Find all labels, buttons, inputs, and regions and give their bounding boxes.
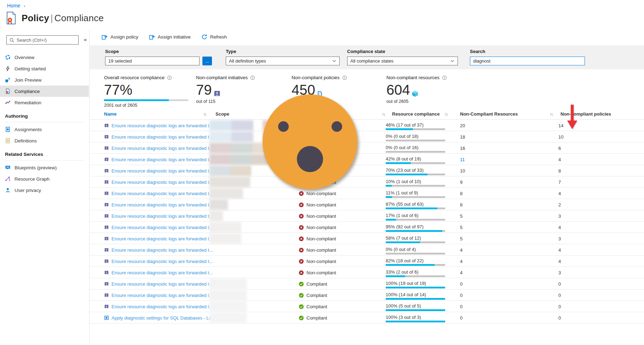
column-header-scope[interactable]: Scope (215, 111, 229, 117)
noncompliant-resources-value: 5 (460, 225, 462, 230)
noncompliant-policies-value: 2 (558, 202, 561, 207)
scope-cell-redacted (209, 233, 294, 244)
remediation-icon (5, 100, 11, 105)
sidebar-item-blueprints-preview[interactable]: Blueprints (preview) (0, 162, 89, 173)
assign-initiative-button[interactable]: Assign initiative (149, 34, 191, 40)
policy-name-link[interactable]: Ensure resource diagnostic logs are forw… (111, 304, 213, 309)
noncompliant-policies-value: 3 (558, 270, 561, 275)
compliance-state-dropdown[interactable]: All compliance states (347, 57, 458, 65)
name-cell: Ensure resource diagnostic logs are forw… (104, 154, 213, 165)
sidebar-item-resource-graph[interactable]: Resource Graph (0, 173, 89, 185)
sidebar-item-overview[interactable]: Overview (0, 52, 89, 63)
sidebar-item-user-privacy[interactable]: User privacy (0, 185, 89, 196)
sidebar-item-join-preview[interactable]: Join Preview (0, 74, 89, 86)
compliance-state-cell: Non-compliant (299, 256, 336, 267)
table-row[interactable]: Ensure resource diagnostic logs are forw… (90, 210, 644, 222)
table-row[interactable]: Ensure resource diagnostic logs are forw… (90, 222, 644, 233)
resource-compliance-bar (386, 151, 445, 153)
table-row[interactable]: Ensure resource diagnostic logs are forw… (90, 154, 644, 165)
name-cell: Ensure resource diagnostic logs are forw… (104, 256, 213, 267)
resource-compliance-cell: 42% (8 out of 19) (386, 154, 445, 165)
noncompliant-policies-value: 0 (558, 304, 561, 309)
policy-name-link[interactable]: Ensure resource diagnostic logs are forw… (111, 259, 213, 264)
policy-name-link[interactable]: Ensure resource diagnostic logs are forw… (111, 270, 213, 275)
noncompliant-resources-cell: 0 (460, 278, 462, 290)
table-row[interactable]: Ensure resource diagnostic logs are forw… (90, 120, 644, 131)
user-privacy-icon (5, 187, 11, 193)
sidebar-search-input[interactable] (17, 37, 76, 43)
assign-policy-button[interactable]: Assign policy (102, 34, 138, 40)
sidebar-item-label: Join Preview (15, 77, 42, 83)
table-row[interactable]: Ensure resource diagnostic logs are forw… (90, 199, 644, 210)
noncompliant-policies-cell: 10 (558, 131, 563, 142)
policy-name-link[interactable]: Ensure resource diagnostic logs are forw… (111, 236, 213, 241)
scope-picker-field[interactable]: 19 selected (105, 57, 200, 65)
sidebar-item-assignments[interactable]: Assignments (0, 124, 89, 135)
resource-compliance-fill (386, 287, 445, 288)
policy-name-link[interactable]: Ensure resource diagnostic logs are forw… (111, 191, 213, 196)
resource-compliance-value: 11% (1 out of 9) (386, 191, 445, 195)
resource-compliance-fill (386, 196, 392, 198)
refresh-button[interactable]: Refresh (201, 34, 227, 40)
noncompliant-resources-value[interactable]: 11 (460, 157, 465, 162)
breadcrumb-home-link[interactable]: Home (7, 3, 20, 8)
cube-icon (412, 90, 419, 97)
sort-icon[interactable]: ↑↓ (382, 112, 385, 117)
resource-compliance-cell: 0% (0 out of 16) (386, 142, 445, 154)
name-cell: Ensure resource diagnostic logs are forw… (104, 233, 213, 244)
column-header-name[interactable]: Name (104, 111, 116, 117)
policy-name-link[interactable]: Ensure resource diagnostic logs are forw… (111, 180, 213, 185)
sidebar-item-label: Overview (15, 55, 34, 60)
policy-name-link[interactable]: Ensure resource diagnostic logs are forw… (111, 134, 213, 140)
table-row[interactable]: Ensure resource diagnostic logs are forw… (90, 131, 644, 142)
table-row[interactable]: Ensure resource diagnostic logs are forw… (90, 165, 644, 176)
policy-name-link[interactable]: Ensure resource diagnostic logs are forw… (111, 157, 213, 162)
assignments-icon (5, 127, 11, 132)
table-row[interactable]: Ensure resource diagnostic logs are forw… (90, 244, 644, 256)
resource-compliance-bar (386, 174, 445, 175)
policy-name-link[interactable]: Ensure resource diagnostic logs are forw… (111, 247, 213, 253)
search-filter-input[interactable] (473, 58, 582, 64)
table-row[interactable]: Ensure resource diagnostic logs are forw… (90, 142, 644, 154)
sidebar-item-label: Definitions (15, 138, 37, 144)
policy-name-link[interactable]: Ensure resource diagnostic logs are forw… (111, 168, 213, 174)
table-row[interactable]: Apply diagnostic settings for SQL Databa… (90, 312, 644, 323)
redacted-block (209, 312, 247, 323)
policy-name-link[interactable]: Ensure resource diagnostic logs are forw… (111, 225, 213, 230)
search-input-field[interactable] (470, 57, 585, 65)
policy-name-link[interactable]: Apply diagnostic settings for SQL Databa… (111, 315, 215, 321)
sidebar-collapse-button[interactable]: « (84, 36, 87, 42)
sidebar-item-getting-started[interactable]: Getting started (0, 63, 89, 74)
sort-icon[interactable]: ↑↓ (444, 112, 447, 117)
table-row[interactable]: Ensure resource diagnostic logs are forw… (90, 267, 644, 278)
type-dropdown[interactable]: All definition types (226, 57, 340, 65)
sidebar-item-remediation[interactable]: Remediation (0, 97, 89, 108)
column-header-non-compliant-resources[interactable]: Non-Compliant Resources (460, 111, 518, 117)
scope-picker-button[interactable]: ... (202, 57, 212, 65)
table-row[interactable]: Ensure resource diagnostic logs are forw… (90, 188, 644, 199)
table-row[interactable]: Ensure resource diagnostic logs are forw… (90, 256, 644, 267)
policy-name-link[interactable]: Ensure resource diagnostic logs are forw… (111, 123, 213, 128)
policy-name-link[interactable]: Ensure resource diagnostic logs are forw… (111, 214, 213, 219)
policy-name-link[interactable]: Ensure resource diagnostic logs are forw… (111, 146, 213, 151)
sidebar-item-definitions[interactable]: Definitions (0, 135, 89, 146)
table-row[interactable]: Ensure resource diagnostic logs are forw… (90, 301, 644, 312)
sidebar-search[interactable] (6, 35, 79, 45)
compliant-icon (299, 281, 304, 287)
sort-icon[interactable]: ↑↓ (203, 112, 206, 117)
table-row[interactable]: Ensure resource diagnostic logs are forw… (90, 290, 644, 301)
policy-name-link[interactable]: Ensure resource diagnostic logs are forw… (111, 202, 213, 207)
table-row[interactable]: Ensure resource diagnostic logs are forw… (90, 278, 644, 290)
noncompliant-resources-cell: 0 (460, 290, 462, 301)
policy-name-link[interactable]: Ensure resource diagnostic logs are forw… (111, 293, 213, 298)
resource-compliance-fill (386, 241, 420, 243)
resource-compliance-fill (386, 230, 442, 232)
sort-icon[interactable]: ↑↓ (550, 112, 552, 117)
table-row[interactable]: Ensure resource diagnostic logs are forw… (90, 176, 644, 188)
table-row[interactable]: Ensure resource diagnostic logs are forw… (90, 233, 644, 244)
resource-compliance-value: 33% (2 out of 6) (386, 270, 445, 274)
overview-icon (5, 54, 11, 60)
column-header-resource-compliance[interactable]: Resource compliance (392, 111, 439, 117)
policy-name-link[interactable]: Ensure resource diagnostic logs are forw… (111, 281, 213, 287)
sidebar-item-compliance[interactable]: Compliance (0, 86, 89, 97)
